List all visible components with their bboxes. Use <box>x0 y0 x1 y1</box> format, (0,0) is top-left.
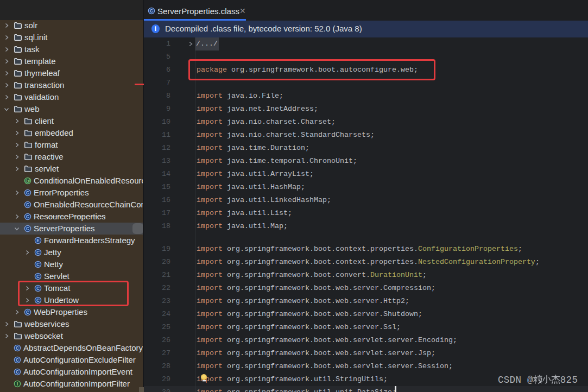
svg-text:C: C <box>150 9 153 14</box>
svg-text:C: C <box>36 250 40 255</box>
svg-text:C: C <box>36 274 40 279</box>
svg-text:C: C <box>16 370 19 375</box>
svg-text:C: C <box>26 191 29 195</box>
svg-text:C: C <box>16 358 19 363</box>
svg-text:C: C <box>26 214 29 219</box>
svg-text:C: C <box>36 262 40 267</box>
svg-text:E: E <box>36 238 40 243</box>
svg-text:C: C <box>26 310 29 315</box>
svg-text:C: C <box>26 226 29 231</box>
svg-text:C: C <box>26 203 29 207</box>
svg-text:@: @ <box>25 178 30 184</box>
svg-text:I: I <box>17 382 18 387</box>
svg-text:C: C <box>16 346 19 351</box>
